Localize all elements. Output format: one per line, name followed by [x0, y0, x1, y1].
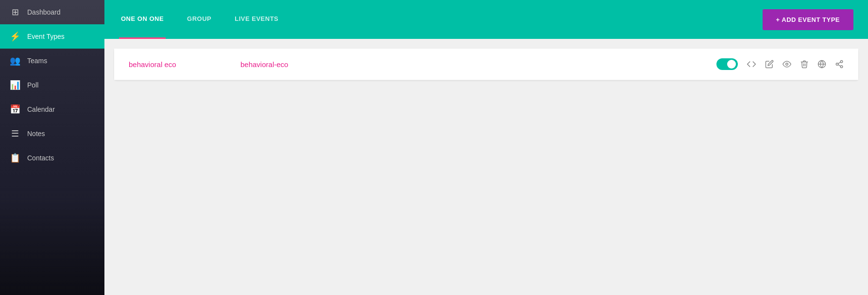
tab-group[interactable]: GROUP: [185, 0, 213, 39]
add-event-type-button[interactable]: + ADD EVENT TYPE: [763, 9, 853, 30]
sidebar-item-label: Notes: [27, 130, 45, 138]
calendar-icon: 📅: [10, 104, 20, 115]
svg-line-6: [838, 65, 840, 66]
sidebar-item-label: Calendar: [27, 105, 55, 113]
sidebar-item-notes[interactable]: ☰ Notes: [0, 121, 104, 146]
sidebar-item-label: Event Types: [27, 33, 65, 40]
sidebar-item-label: Dashboard: [27, 8, 61, 16]
content-area: behavioral eco behavioral-eco: [104, 39, 868, 295]
embed-code-icon[interactable]: [747, 59, 756, 69]
event-list: behavioral eco behavioral-eco: [114, 49, 858, 80]
sidebar-item-label: Teams: [27, 57, 47, 65]
embed-action-wrap: Embed meeting: [747, 59, 756, 69]
tab-live-events[interactable]: LIVE EVENTS: [233, 0, 280, 39]
teams-icon: 👥: [10, 55, 20, 66]
sidebar-item-teams[interactable]: 👥 Teams: [0, 49, 104, 73]
svg-line-7: [838, 62, 840, 64]
event-actions: Embed meeting: [716, 58, 844, 70]
sidebar-item-label: Contacts: [27, 154, 54, 162]
poll-icon: 📊: [10, 80, 20, 90]
share-icon[interactable]: [835, 60, 844, 69]
globe-icon[interactable]: [817, 60, 826, 69]
contacts-icon: 📋: [10, 153, 20, 163]
main-content: ONE ON ONE GROUP LIVE EVENTS + ADD EVENT…: [104, 0, 868, 295]
sidebar-item-contacts[interactable]: 📋 Contacts: [0, 146, 104, 170]
table-row: behavioral eco behavioral-eco: [114, 49, 858, 80]
edit-icon[interactable]: [765, 60, 774, 69]
svg-point-0: [786, 63, 788, 66]
sidebar-item-dashboard[interactable]: ⊞ Dashboard: [0, 0, 104, 24]
sidebar: ⊞ Dashboard ⚡ Event Types 👥 Teams 📊 Poll…: [0, 0, 104, 295]
sidebar-item-poll[interactable]: 📊 Poll: [0, 73, 104, 97]
delete-icon[interactable]: [800, 60, 809, 69]
sidebar-item-calendar[interactable]: 📅 Calendar: [0, 97, 104, 121]
tabs-group: ONE ON ONE GROUP LIVE EVENTS: [119, 0, 280, 39]
event-name[interactable]: behavioral eco: [129, 60, 236, 69]
event-slug[interactable]: behavioral-eco: [240, 60, 716, 69]
preview-icon[interactable]: [783, 60, 791, 69]
event-toggle[interactable]: [716, 58, 738, 70]
dashboard-icon: ⊞: [10, 7, 20, 17]
tab-one-on-one[interactable]: ONE ON ONE: [119, 0, 166, 39]
event-types-icon: ⚡: [10, 31, 20, 42]
sidebar-item-label: Poll: [27, 81, 38, 89]
header-tabs: ONE ON ONE GROUP LIVE EVENTS + ADD EVENT…: [104, 0, 868, 39]
notes-icon: ☰: [10, 128, 20, 139]
sidebar-item-event-types[interactable]: ⚡ Event Types: [0, 24, 104, 49]
